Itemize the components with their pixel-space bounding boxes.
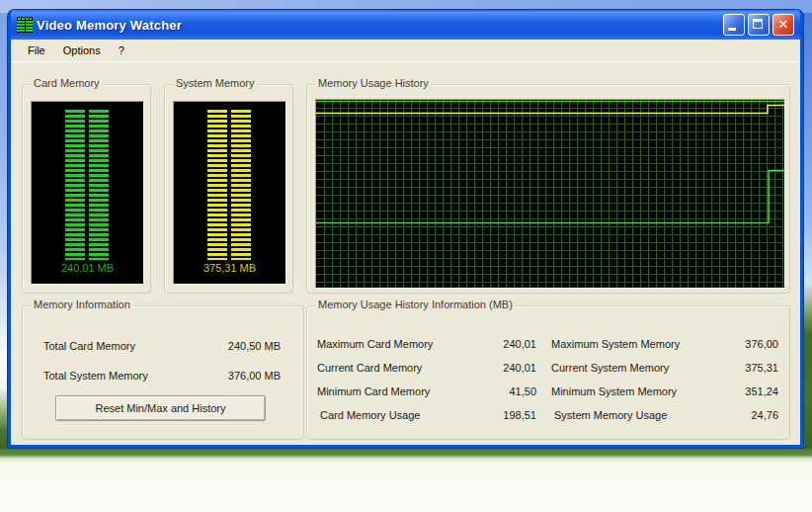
menubar: File Options ? — [11, 40, 800, 62]
screen: Video Memory Watcher ✕ File Options ? — [0, 0, 812, 512]
system-memory-group: System Memory 375,31 MB — [164, 84, 293, 294]
memory-usage-history-group: Memory Usage History — [306, 84, 790, 294]
window-title: Video Memory Watcher — [37, 18, 182, 33]
total-system-memory-row: Total System Memory 376,00 MB — [43, 366, 281, 385]
max-card-memory-row: Maximum Card Memory 240,01 — [317, 334, 536, 354]
total-card-memory-value: 240,50 MB — [182, 336, 281, 356]
max-system-memory-label: Maximum System Memory — [551, 334, 680, 354]
card-memory-usage-value: 198,51 — [467, 405, 536, 425]
min-card-memory-row: Minimum Card Memory 41,50 — [317, 382, 536, 401]
minimize-icon — [728, 28, 736, 31]
system-memory-bar — [207, 110, 251, 260]
desktop-left-strip — [0, 13, 8, 449]
close-icon: ✕ — [773, 16, 793, 34]
system-memory-barzone — [207, 110, 251, 260]
card-memory-group-label: Card Memory — [31, 77, 103, 89]
history-information-group: Memory Usage History Information (MB) Ma… — [306, 305, 790, 440]
total-card-memory-label: Total Card Memory — [43, 336, 135, 356]
current-system-memory-label: Current System Memory — [551, 358, 669, 378]
minimize-button[interactable] — [723, 14, 745, 36]
history-information-label: Memory Usage History Information (MB) — [315, 299, 516, 310]
min-card-memory-label: Minimum Card Memory — [317, 382, 430, 401]
close-button[interactable]: ✕ — [772, 14, 794, 36]
system-memory-value: 375,31 MB — [174, 262, 285, 274]
current-card-memory-value: 240,01 — [467, 358, 536, 378]
card-memory-value: 240,01 MB — [32, 262, 143, 274]
card-memory-group: Card Memory 240,01 MB — [22, 84, 151, 294]
card-memory-bar — [65, 110, 109, 260]
max-card-memory-value: 240,01 — [467, 334, 536, 354]
system-memory-group-label: System Memory — [173, 77, 257, 89]
menu-file[interactable]: File — [19, 43, 54, 58]
menu-help[interactable]: ? — [110, 43, 133, 58]
current-card-memory-row: Current Card Memory 240,01 — [317, 358, 536, 378]
card-memory-usage-label: Card Memory Usage — [320, 405, 420, 425]
min-system-memory-label: Minimum System Memory — [551, 382, 677, 401]
maximize-icon — [753, 19, 763, 29]
system-memory-usage-row: System Memory Usage 24,76 — [551, 405, 778, 425]
reset-minmax-history-button[interactable]: Reset Min/Max and History — [55, 395, 266, 421]
total-system-memory-label: Total System Memory — [43, 366, 148, 385]
app-window: Video Memory Watcher ✕ File Options ? — [8, 10, 803, 448]
min-system-memory-value: 351,24 — [709, 382, 778, 401]
system-memory-usage-label: System Memory Usage — [554, 405, 667, 425]
memory-information-group: Memory Information Total Card Memory 240… — [22, 305, 304, 440]
min-card-memory-value: 41,50 — [467, 382, 536, 401]
memory-usage-history-graph — [315, 99, 785, 289]
card-memory-barzone — [65, 110, 109, 260]
dialog-body: Card Memory 240,01 MB System Memory 375,… — [11, 62, 800, 444]
system-memory-gauge: 375,31 MB — [173, 101, 286, 285]
total-card-memory-row: Total Card Memory 240,50 MB — [43, 336, 281, 356]
window-controls: ✕ — [723, 14, 794, 36]
menu-options[interactable]: Options — [54, 43, 110, 58]
memory-usage-history-label: Memory Usage History — [315, 77, 432, 89]
min-system-memory-row: Minimum System Memory 351,24 — [551, 382, 778, 401]
max-system-memory-value: 376,00 — [709, 334, 778, 354]
max-system-memory-row: Maximum System Memory 376,00 — [551, 334, 778, 354]
max-card-memory-label: Maximum Card Memory — [317, 334, 433, 354]
desktop-right-strip — [803, 13, 812, 449]
maximize-button[interactable] — [748, 14, 770, 36]
current-system-memory-value: 375,31 — [709, 358, 778, 378]
current-system-memory-row: Current System Memory 375,31 — [551, 358, 778, 378]
total-system-memory-value: 376,00 MB — [182, 366, 281, 385]
titlebar[interactable]: Video Memory Watcher ✕ — [11, 10, 800, 40]
desktop-grass — [0, 447, 812, 512]
app-icon — [17, 17, 33, 33]
system-memory-usage-value: 24,76 — [709, 405, 778, 425]
card-memory-gauge: 240,01 MB — [31, 101, 144, 285]
current-card-memory-label: Current Card Memory — [317, 358, 422, 378]
history-graph-canvas — [316, 100, 784, 288]
memory-information-label: Memory Information — [31, 299, 133, 310]
card-memory-usage-row: Card Memory Usage 198,51 — [317, 405, 536, 425]
